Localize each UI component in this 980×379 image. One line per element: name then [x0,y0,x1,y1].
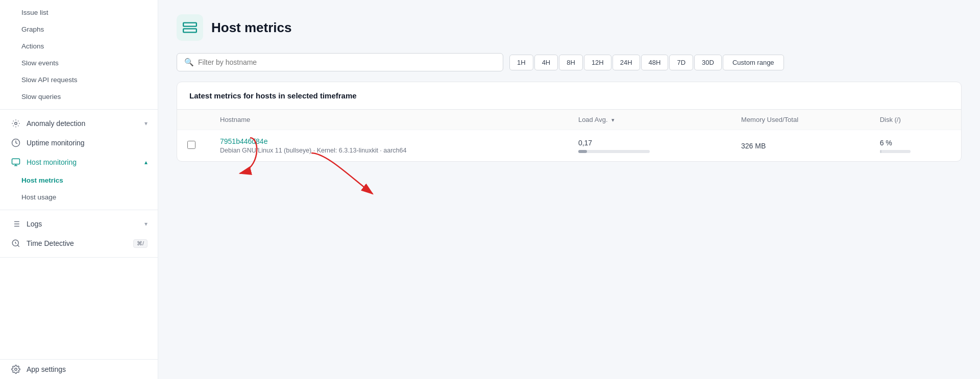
metrics-table: Hostname Load Avg. ▾ Memory Used/Total D… [177,110,961,161]
time-detective-icon [10,239,21,248]
disk-fill [880,150,882,153]
divider [0,109,158,110]
sidebar-item-slow-queries[interactable]: Slow queries [0,88,158,105]
sidebar-item-label: Actions [21,42,44,50]
divider-3 [0,257,158,258]
time-btn-12h[interactable]: 12H [584,55,611,70]
sidebar-item-label: Host metrics [21,176,63,184]
sidebar-item-issue-list[interactable]: Issue list [0,4,158,21]
sidebar-item-graphs[interactable]: Graphs [0,21,158,38]
search-box[interactable]: 🔍 [177,53,503,71]
sidebar-item-label: Time Detective [27,239,74,247]
col-checkbox [177,110,208,130]
sidebar-item-label: Slow queries [21,93,61,100]
svg-rect-11 [183,23,197,27]
svg-point-10 [15,368,17,371]
anomaly-detection-icon [10,119,21,128]
sidebar-item-time-detective[interactable]: Time Detective ⌘/ [0,234,158,253]
sidebar-item-slow-api-requests[interactable]: Slow API requests [0,71,158,88]
time-btn-custom-range[interactable]: Custom range [723,55,784,70]
sidebar-item-uptime-monitoring[interactable]: Uptime monitoring [0,133,158,153]
time-range-buttons: 1H 4H 8H 12H 24H 48H 7D 30D Custom range [509,55,784,70]
page-title: Host metrics [211,20,292,36]
metrics-table-card: Latest metrics for hosts in selected tim… [177,82,962,162]
page-header: Host metrics [177,14,962,41]
sidebar-item-host-usage[interactable]: Host usage [0,189,158,206]
svg-rect-2 [12,159,20,164]
sidebar-item-actions[interactable]: Actions [0,38,158,55]
table-row: 7951b446d84e Debian GNU/Linux 11 (bullse… [177,130,961,162]
chevron-down-icon: ▾ [144,120,148,127]
host-monitoring-icon [10,158,21,167]
time-btn-7d[interactable]: 7D [669,55,693,70]
load-avg-bar [578,150,650,153]
sidebar-item-label: Host usage [21,193,56,201]
sidebar-item-label: Slow API requests [21,76,78,84]
col-hostname: Hostname [208,110,566,130]
sort-icon: ▾ [611,117,615,123]
memory-cell: 326 MB [729,130,868,162]
col-disk: Disk (/) [868,110,961,130]
time-btn-24h[interactable]: 24H [612,55,640,70]
disk-bar [880,150,911,153]
uptime-monitoring-icon [10,138,21,147]
sidebar-item-label: Anomaly detection [27,119,85,128]
hostname-cell: 7951b446d84e Debian GNU/Linux 11 (bullse… [208,130,566,162]
page-icon [177,14,203,41]
sidebar-item-label: Issue list [21,9,48,16]
hostname-link[interactable]: 7951b446d84e [220,137,267,145]
sidebar-item-label: Uptime monitoring [27,139,85,147]
sidebar-item-label: Slow events [21,59,59,67]
load-avg-value: 0,17 [578,139,717,147]
sidebar-item-app-settings[interactable]: App settings [0,359,158,379]
time-btn-8h[interactable]: 8H [559,55,583,70]
disk-cell: 6 % [868,130,961,162]
sidebar-item-label: Host monitoring [27,158,77,166]
sidebar: Issue list Graphs Actions Slow events Sl… [0,0,158,379]
col-load-avg[interactable]: Load Avg. ▾ [566,110,729,130]
sidebar-item-host-metrics[interactable]: Host metrics [0,172,158,189]
search-icon: 🔍 [184,58,194,67]
logs-icon [10,219,21,229]
row-checkbox-cell[interactable] [177,130,208,162]
time-btn-48h[interactable]: 48H [641,55,669,70]
sidebar-item-label: App settings [27,365,66,373]
svg-rect-12 [183,29,197,32]
toolbar: 🔍 1H 4H 8H 12H 24H 48H 7D 30D Custom ran… [177,53,962,71]
svg-point-0 [15,122,17,125]
sidebar-item-label: Logs [27,220,42,228]
load-avg-fill [578,150,587,153]
sidebar-item-logs[interactable]: Logs ▾ [0,214,158,234]
time-btn-4h[interactable]: 4H [534,55,558,70]
table-card-header: Latest metrics for hosts in selected tim… [177,82,961,110]
chevron-up-icon: ▴ [144,159,148,166]
hostname-sub: Debian GNU/Linux 11 (bullseye) · Kernel:… [220,147,554,154]
divider-2 [0,210,158,210]
sidebar-item-label: Graphs [21,26,44,33]
time-btn-1h[interactable]: 1H [509,55,533,70]
chevron-down-icon-2: ▾ [144,220,148,228]
time-btn-30d[interactable]: 30D [694,55,722,70]
load-avg-cell: 0,17 [566,130,729,162]
disk-value: 6 % [880,139,892,147]
main-content: Host metrics 🔍 1H 4H 8H 12H 24H 48H 7D 3… [158,0,980,379]
sidebar-item-slow-events[interactable]: Slow events [0,55,158,71]
memory-value: 326 MB [741,142,766,150]
row-checkbox[interactable] [187,141,195,149]
sidebar-item-host-monitoring[interactable]: Host monitoring ▴ [0,153,158,172]
gear-icon [10,365,21,374]
col-memory: Memory Used/Total [729,110,868,130]
time-detective-shortcut: ⌘/ [133,239,148,248]
sidebar-item-anomaly-detection[interactable]: Anomaly detection ▾ [0,114,158,133]
search-input[interactable] [198,58,496,66]
